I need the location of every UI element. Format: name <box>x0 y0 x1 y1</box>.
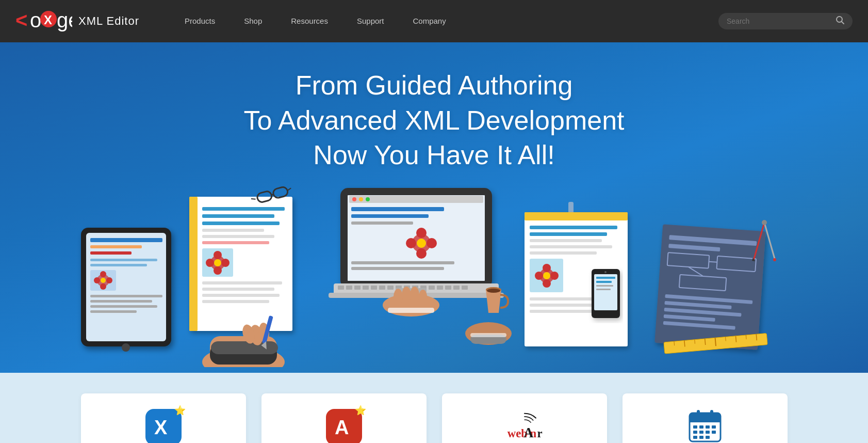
xml-editor-card[interactable]: X ⭐ See what is new in Oxygen XML Editor… <box>81 393 246 443</box>
svg-point-72 <box>406 238 416 248</box>
svg-rect-81 <box>354 286 361 290</box>
doc-hand-svg <box>169 186 323 367</box>
svg-rect-184 <box>706 436 710 439</box>
calendar-icon <box>687 409 723 443</box>
svg-point-39 <box>214 266 222 275</box>
svg-text:X: X <box>154 417 168 438</box>
svg-point-71 <box>416 248 427 259</box>
webinar-card[interactable]: web n A r Create JSON Schema in Design M… <box>442 393 607 443</box>
svg-rect-98 <box>388 308 434 313</box>
svg-text:<: < <box>15 9 27 31</box>
svg-rect-15 <box>90 264 147 266</box>
svg-line-155 <box>684 340 684 346</box>
search-icon <box>836 16 844 24</box>
svg-rect-25 <box>90 305 157 308</box>
svg-rect-176 <box>706 425 710 429</box>
svg-point-122 <box>550 272 559 280</box>
svg-rect-12 <box>90 245 142 248</box>
navbar: < o X gen /> ® XML Editor Products Shop … <box>0 0 868 42</box>
svg-point-70 <box>416 228 427 238</box>
laptop-svg <box>308 181 525 357</box>
svg-text:A: A <box>335 417 349 438</box>
svg-point-42 <box>214 259 221 266</box>
web-author-card[interactable]: A ⭐ See what is new in Oxygen Web Author… <box>261 393 427 443</box>
svg-point-40 <box>206 259 214 267</box>
svg-rect-183 <box>699 436 703 439</box>
svg-rect-30 <box>202 207 285 211</box>
svg-rect-112 <box>530 226 617 229</box>
svg-text:r: r <box>537 427 542 440</box>
svg-point-74 <box>417 239 426 248</box>
svg-point-100 <box>402 287 411 303</box>
svg-rect-32 <box>202 222 280 225</box>
svg-line-158 <box>715 338 715 346</box>
svg-rect-132 <box>596 289 611 290</box>
svg-rect-90 <box>429 286 435 290</box>
star-badge-2: ⭐ <box>355 405 366 416</box>
svg-line-8 <box>842 22 844 24</box>
svg-rect-93 <box>453 286 460 290</box>
svg-point-27 <box>122 343 130 352</box>
nav-shop[interactable]: Shop <box>230 0 276 42</box>
search-button[interactable] <box>832 16 844 26</box>
star-badge: ⭐ <box>174 405 186 416</box>
svg-rect-174 <box>693 425 697 429</box>
svg-rect-68 <box>351 222 413 225</box>
svg-point-102 <box>419 290 427 304</box>
svg-rect-91 <box>437 286 443 290</box>
logo-title: XML Editor <box>78 14 139 28</box>
svg-rect-94 <box>462 286 468 290</box>
svg-rect-23 <box>90 295 162 297</box>
calendar-icon-svg <box>687 409 723 443</box>
nav-support[interactable]: Support <box>342 0 399 42</box>
hero-line3: Now You Have It All! <box>313 140 554 170</box>
hero-line2: To Advanced XML Development <box>243 105 624 135</box>
svg-rect-181 <box>712 431 716 434</box>
tablet-svg <box>76 223 179 357</box>
svg-point-19 <box>100 283 106 290</box>
svg-rect-180 <box>706 431 710 434</box>
svg-line-161 <box>746 335 746 339</box>
svg-rect-177 <box>712 425 716 429</box>
svg-point-99 <box>394 289 403 305</box>
tablet-illustration <box>76 223 179 359</box>
search-input[interactable] <box>727 17 832 25</box>
svg-rect-85 <box>387 286 394 290</box>
svg-rect-75 <box>351 261 454 264</box>
svg-point-21 <box>106 277 112 283</box>
svg-rect-43 <box>202 281 282 284</box>
svg-rect-45 <box>202 294 280 297</box>
svg-line-148 <box>764 223 775 259</box>
svg-point-22 <box>101 278 106 283</box>
events-card[interactable]: See All Events › <box>623 393 788 443</box>
laptop-illustration <box>308 181 525 359</box>
svg-rect-92 <box>445 286 451 290</box>
svg-rect-113 <box>530 232 607 236</box>
svg-rect-55 <box>211 341 278 354</box>
svg-line-159 <box>725 337 726 341</box>
nav-products[interactable]: Products <box>170 0 230 42</box>
doc-phone-svg <box>514 202 659 367</box>
svg-point-73 <box>427 238 437 248</box>
svg-rect-115 <box>530 245 612 248</box>
oxygen-logo[interactable]: < o X gen /> ® <box>15 8 72 35</box>
nav-company[interactable]: Company <box>399 0 461 42</box>
svg-rect-108 <box>470 333 506 337</box>
hero-line1: From Guided Authoring <box>296 70 573 100</box>
document-hand-illustration <box>169 186 323 369</box>
svg-text:X: X <box>44 13 52 27</box>
svg-line-49 <box>271 194 273 195</box>
svg-point-64 <box>359 197 363 201</box>
svg-rect-29 <box>189 197 198 331</box>
svg-point-101 <box>410 287 419 303</box>
webinar-icon: web n A r <box>506 409 543 443</box>
nav-resources[interactable]: Resources <box>276 0 342 42</box>
web-author-icon: A ⭐ <box>326 409 362 443</box>
hero-illustrations <box>0 188 868 359</box>
blueprint-svg <box>648 212 793 362</box>
logo-area[interactable]: < o X gen /> ® XML Editor <box>15 8 139 35</box>
svg-point-41 <box>221 259 230 267</box>
web-author-icon-svg: A <box>333 416 355 438</box>
nav-links: Products Shop Resources Support Company <box>170 0 718 42</box>
svg-rect-172 <box>697 410 700 417</box>
